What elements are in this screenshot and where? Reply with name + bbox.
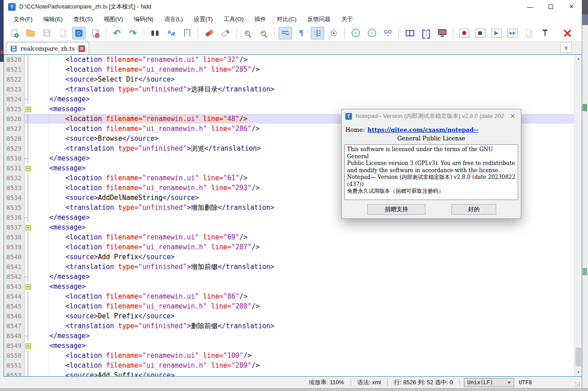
code-line[interactable]: 8548 </message> xyxy=(4,331,574,341)
maximize-button[interactable] xyxy=(541,0,561,13)
code-line[interactable]: 8538 <location filename="renamewin.ui" l… xyxy=(4,232,574,242)
find-icon[interactable] xyxy=(148,27,162,39)
fold-marker-icon[interactable] xyxy=(25,282,32,291)
zoom-out-icon[interactable]: − xyxy=(257,27,270,39)
status-bar: 缩放率: 110% 语法: xml 行: 8526 列: 52 选中: 0 Un… xyxy=(4,377,582,388)
clear-history-icon[interactable] xyxy=(202,27,216,39)
bookmark-icon[interactable]: ☆ xyxy=(180,27,194,39)
menu-item-3[interactable]: 视图(V) xyxy=(99,14,127,25)
menu-item-8[interactable]: 插件 xyxy=(250,14,270,25)
menu-item-4[interactable]: 编码(N) xyxy=(129,14,158,25)
open-file-icon[interactable] xyxy=(24,27,37,39)
menu-item-1[interactable]: 编辑(E) xyxy=(39,14,67,25)
play-macro-icon[interactable] xyxy=(489,27,503,39)
menu-item-10[interactable]: 反馈问题 xyxy=(303,14,335,25)
word-wrap-icon[interactable]: ↵ xyxy=(279,27,292,39)
vertical-scrollbar[interactable]: ▲ ▼ xyxy=(574,55,582,376)
eol-select[interactable]: Unix(LF) xyxy=(464,378,514,387)
close-window-button[interactable]: × xyxy=(561,0,582,13)
code-line[interactable]: 8537 <message> xyxy=(4,222,574,232)
fold-margin xyxy=(25,134,32,143)
code-line[interactable]: 8540 <source>Add Prefix</source> xyxy=(4,252,574,262)
code-line[interactable]: 8539 <location filename="ui_renamewin.h"… xyxy=(4,242,574,252)
scroll-thumb[interactable] xyxy=(575,348,581,366)
save-macro-icon[interactable] xyxy=(522,27,535,39)
clear-marks-icon[interactable] xyxy=(219,27,232,39)
save-icon[interactable] xyxy=(40,27,53,39)
line-number: 8545 xyxy=(4,301,25,311)
code-text: <translation type="unfinished">选择目录</tra… xyxy=(32,84,574,94)
code-line[interactable]: 8552 <source>Add Suffix</source> xyxy=(4,370,574,377)
code-line[interactable]: 8549 <message> xyxy=(4,341,574,351)
code-line[interactable]: 8551 <location filename="ui_renamewin.h"… xyxy=(4,361,574,370)
donate-button[interactable]: 捐赠支持 xyxy=(367,204,425,215)
full-screen-icon[interactable] xyxy=(435,27,449,39)
run-macro-times-icon[interactable] xyxy=(506,27,519,39)
hide-toolbar-icon[interactable]: × xyxy=(561,27,574,39)
menu-item-2[interactable]: 查找(S) xyxy=(69,14,97,25)
zoom-in-icon[interactable]: + xyxy=(240,27,254,39)
line-number: 8534 xyxy=(4,193,25,203)
line-number: 8523 xyxy=(4,84,25,94)
code-text: <location filename="renamewin.ui" line="… xyxy=(32,55,574,65)
pin-toolbar-icon[interactable] xyxy=(538,27,552,39)
fold-marker-icon[interactable] xyxy=(25,104,32,114)
dialog-title: Notepad-- Version (内部测试非稳定版本) v2.8.0 (da… xyxy=(356,112,504,120)
redo-icon[interactable]: ↷ xyxy=(126,27,140,39)
replace-icon[interactable]: ba xyxy=(164,27,178,39)
show-blank-icon[interactable] xyxy=(327,27,340,39)
save-all-icon[interactable] xyxy=(56,27,69,39)
menu-item-7[interactable]: 工具(O) xyxy=(219,14,248,25)
tab-realcompare[interactable]: realcompare_zh.ts × xyxy=(6,42,89,54)
indent-guide-icon[interactable] xyxy=(311,27,324,39)
menu-item-11[interactable]: 关于 xyxy=(337,14,357,25)
about-dialog: T Notepad-- Version (内部测试非稳定版本) v2.8.0 (… xyxy=(341,109,521,219)
code-line[interactable]: 8547 <translation type="unfinished">删除前缀… xyxy=(4,321,574,331)
code-line[interactable]: 8545 <location filename="ui_renamewin.h"… xyxy=(4,301,574,311)
menu-item-9[interactable]: 对比(C) xyxy=(272,14,301,25)
home-link[interactable]: https://gitee.com/cxasm/notepad-- xyxy=(368,126,479,133)
menu-item-6[interactable]: 设置(T) xyxy=(189,14,218,25)
fold-marker-icon[interactable] xyxy=(25,163,32,173)
code-line[interactable]: 8522 <source>Select Dir</source> xyxy=(4,74,574,84)
fold-margin xyxy=(25,153,32,163)
menu-item-0[interactable]: 文件(F) xyxy=(9,14,37,25)
code-text: <source>Select Dir</source> xyxy=(32,74,574,84)
code-line[interactable]: 8521 <location filename="ui_renamewin.h"… xyxy=(4,65,574,74)
code-line[interactable]: 8550 <location filename="renamewin.ui" l… xyxy=(4,351,574,361)
license-line: This software is licensed under the term… xyxy=(347,146,515,160)
code-line[interactable]: 8524 </message> xyxy=(4,94,574,104)
fold-marker-icon[interactable] xyxy=(25,341,32,351)
undo-icon[interactable]: ↶ xyxy=(110,27,124,39)
nav-forward-icon[interactable]: › xyxy=(365,27,378,39)
file-compare-icon[interactable] xyxy=(72,27,86,39)
code-line[interactable]: 8546 <source>Del Prefix</source> xyxy=(4,311,574,321)
stop-macro-icon[interactable] xyxy=(473,27,487,39)
scroll-up-icon[interactable]: ▲ xyxy=(575,55,582,62)
code-line[interactable]: 8541 <translation type="unfinished">增加前缀… xyxy=(4,262,574,272)
menu-item-5[interactable]: 语言(L) xyxy=(160,14,188,25)
show-symbol-icon[interactable]: ¶ xyxy=(295,27,308,39)
code-line[interactable]: 8544 <location filename="renamewin.ui" l… xyxy=(4,291,574,301)
close-document-icon[interactable]: − xyxy=(88,27,102,39)
scroll-down-icon[interactable]: ▼ xyxy=(575,369,582,376)
resize-grip[interactable] xyxy=(575,382,580,387)
code-line[interactable]: 8520 <location filename="renamewin.ui" l… xyxy=(4,55,574,65)
fold-marker-icon[interactable] xyxy=(25,222,32,232)
new-file-icon[interactable]: + xyxy=(8,27,21,39)
fold-margin xyxy=(25,124,32,134)
record-macro-icon[interactable] xyxy=(457,27,471,39)
goto-line-icon[interactable]: GO» xyxy=(381,27,395,39)
code-line[interactable]: 8523 <translation type="unfinished">选择目录… xyxy=(4,84,574,94)
tab-list-chevron-icon[interactable]: » xyxy=(560,42,572,53)
code-line[interactable]: 8543 <message> xyxy=(4,282,574,291)
code-line[interactable]: 8542 </message> xyxy=(4,272,574,282)
ok-button[interactable]: 好的 xyxy=(451,204,496,215)
minimize-button[interactable]: — xyxy=(520,0,541,13)
nav-back-icon[interactable]: ‹ xyxy=(349,27,362,39)
dialog-close-icon[interactable]: ✕ xyxy=(508,112,517,120)
tab-close-icon[interactable]: × xyxy=(78,45,85,52)
document-map-icon[interactable] xyxy=(419,27,433,39)
split-view-icon[interactable] xyxy=(403,27,416,39)
chevron-down-icon xyxy=(507,382,511,384)
